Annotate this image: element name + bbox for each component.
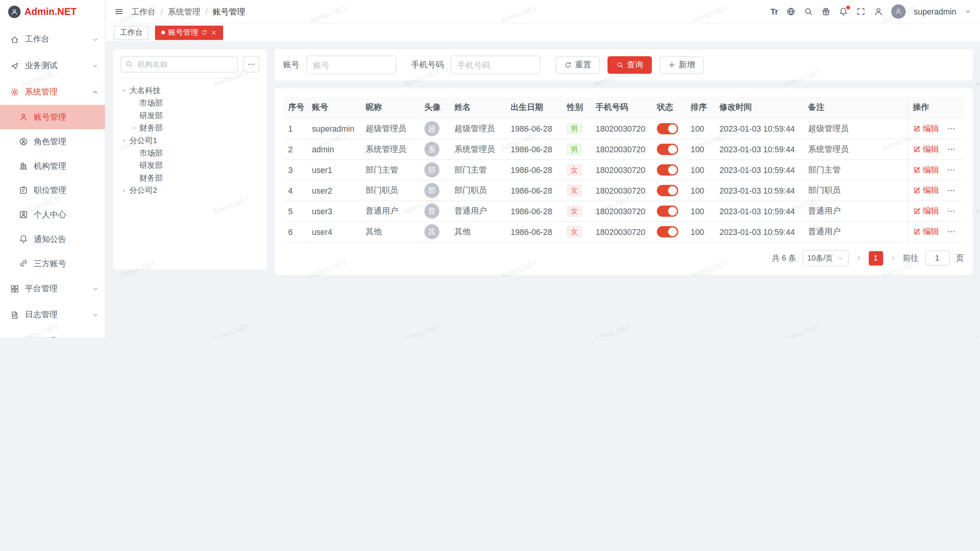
org-search-input[interactable] — [121, 56, 238, 72]
next-page-button[interactable] — [889, 254, 897, 262]
tool-icon — [10, 336, 19, 337]
logo[interactable]: Admin.NET — [0, 0, 105, 23]
gender-badge: 女 — [567, 185, 582, 196]
more-actions-icon[interactable] — [947, 145, 956, 154]
edit-button[interactable]: 编辑 — [913, 226, 939, 237]
prev-page-button[interactable] — [855, 254, 862, 262]
tree-node[interactable]: 市场部 — [121, 97, 259, 109]
status-toggle[interactable] — [657, 164, 678, 175]
query-button[interactable]: 查询 — [608, 56, 652, 74]
sidebar-item-log-management[interactable]: 日志管理 — [0, 302, 105, 328]
cell-avatar: 部 — [420, 160, 449, 180]
role-icon — [19, 137, 28, 146]
sidebar-item-dev-tools[interactable]: 开发工具 — [0, 328, 105, 337]
row-avatar: 部 — [425, 162, 439, 177]
logo-icon — [8, 5, 21, 18]
sidebar-subitem-label: 三方账号 — [34, 258, 105, 269]
status-toggle[interactable] — [657, 144, 678, 155]
table-header-row: 序号账号昵称头像姓名出生日期性别手机号码状态排序修改时间备注操作 — [283, 97, 964, 118]
filter-bar: 账号 手机号码 重置 查询 新增 — [274, 49, 973, 81]
cell-phone: 18020030720 — [591, 180, 652, 201]
font-size-icon[interactable]: Tr — [771, 7, 778, 16]
status-toggle[interactable] — [657, 185, 678, 196]
sidebar-subitem-third-party-account[interactable]: 三方账号 — [0, 251, 105, 276]
sidebar-item-platform-management[interactable]: 平台管理 — [0, 276, 105, 302]
search-icon[interactable] — [804, 7, 813, 16]
breadcrumb-item[interactable]: 工作台 — [131, 6, 156, 17]
org-more-button[interactable] — [243, 56, 259, 72]
chevron-down-icon[interactable] — [964, 8, 971, 15]
sidebar-subitem-role-management[interactable]: 角色管理 — [0, 129, 105, 154]
sidebar-item-label: 平台管理 — [25, 283, 92, 294]
more-actions-icon[interactable] — [947, 166, 956, 174]
more-actions-icon[interactable] — [947, 124, 956, 133]
tree-node[interactable]: 大名科技 — [121, 84, 259, 97]
edit-button[interactable]: 编辑 — [913, 164, 939, 175]
more-actions-icon[interactable] — [947, 227, 956, 236]
page-size-select[interactable]: 10条/页 — [802, 250, 848, 266]
tab-account-management[interactable]: 账号管理 — [155, 25, 223, 40]
sidebar-subitem-notice[interactable]: 通知公告 — [0, 227, 105, 251]
phone-input[interactable] — [451, 55, 541, 74]
language-icon[interactable] — [786, 7, 795, 16]
tree-node[interactable]: 市场部 — [121, 147, 259, 160]
current-page-button[interactable]: 1 — [869, 251, 883, 266]
edit-button[interactable]: 编辑 — [913, 205, 939, 217]
sidebar-subitem-position-management[interactable]: 职位管理 — [0, 178, 105, 202]
avatar[interactable] — [891, 4, 906, 19]
sidebar-subitem-account-management[interactable]: 账号管理 — [0, 105, 105, 129]
edit-button[interactable]: 编辑 — [913, 123, 939, 134]
tab-label: 账号管理 — [168, 27, 198, 38]
tree-node[interactable]: 研发部 — [121, 109, 259, 122]
cell-avatar: 普 — [420, 201, 449, 222]
sidebar-subitem-org-management[interactable]: 机构管理 — [0, 154, 105, 178]
status-toggle[interactable] — [657, 205, 678, 217]
add-button[interactable]: 新增 — [659, 56, 704, 74]
fullscreen-icon[interactable] — [856, 7, 866, 16]
test-icon — [10, 61, 19, 70]
row-avatar: 部 — [425, 183, 439, 198]
hamburger-icon[interactable] — [114, 7, 124, 16]
profile-icon — [19, 210, 28, 219]
tab-workbench[interactable]: 工作台 — [114, 25, 149, 40]
gender-badge: 男 — [567, 123, 582, 134]
logo-text: Admin.NET — [24, 6, 77, 17]
tree-node[interactable]: 分公司1 — [121, 134, 259, 147]
column-header: 序号 — [283, 97, 307, 118]
tab-close-icon[interactable] — [211, 29, 217, 36]
status-toggle[interactable] — [657, 123, 678, 134]
tabbar: 工作台 账号管理 — [106, 24, 980, 42]
tree-node[interactable]: 研发部 — [121, 159, 259, 172]
topbar: 工作台 系统管理 账号管理 Tr superadmin — [106, 0, 980, 24]
sidebar-subitem-personal-center[interactable]: 个人中心 — [0, 202, 105, 227]
user-settings-icon[interactable] — [874, 7, 883, 16]
column-header: 排序 — [686, 97, 714, 118]
username[interactable]: superadmin — [914, 7, 956, 16]
column-header: 出生日期 — [506, 97, 562, 118]
notification-icon[interactable] — [839, 7, 848, 16]
goto-label: 前往 — [903, 253, 918, 263]
tree-node[interactable]: 财务部 — [121, 172, 259, 184]
status-toggle[interactable] — [657, 226, 678, 237]
tree-node[interactable]: 财务部 — [121, 122, 259, 134]
more-actions-icon[interactable] — [947, 207, 956, 215]
sidebar-item-workbench[interactable]: 工作台 — [0, 26, 105, 53]
tree-node-label: 市场部 — [139, 148, 163, 158]
gender-badge: 女 — [567, 205, 582, 217]
tree-node[interactable]: 分公司2 — [121, 184, 259, 197]
tab-refresh-icon[interactable] — [201, 29, 207, 36]
gift-icon[interactable] — [821, 7, 830, 16]
cell-remark: 超级管理员 — [803, 118, 908, 139]
breadcrumb-item[interactable]: 系统管理 — [156, 6, 201, 17]
sidebar-item-business-test[interactable]: 业务测试 — [0, 52, 105, 79]
reset-button[interactable]: 重置 — [555, 56, 600, 74]
cell-order: 100 — [686, 222, 714, 242]
sidebar-item-system-management[interactable]: 系统管理 — [0, 79, 105, 105]
account-input[interactable] — [306, 55, 396, 74]
more-actions-icon[interactable] — [947, 186, 956, 195]
row-avatar: 系 — [425, 142, 439, 157]
edit-button[interactable]: 编辑 — [913, 144, 939, 155]
edit-button[interactable]: 编辑 — [913, 185, 939, 196]
tree-node-label: 分公司2 — [129, 185, 157, 196]
goto-page-input[interactable] — [925, 251, 950, 266]
